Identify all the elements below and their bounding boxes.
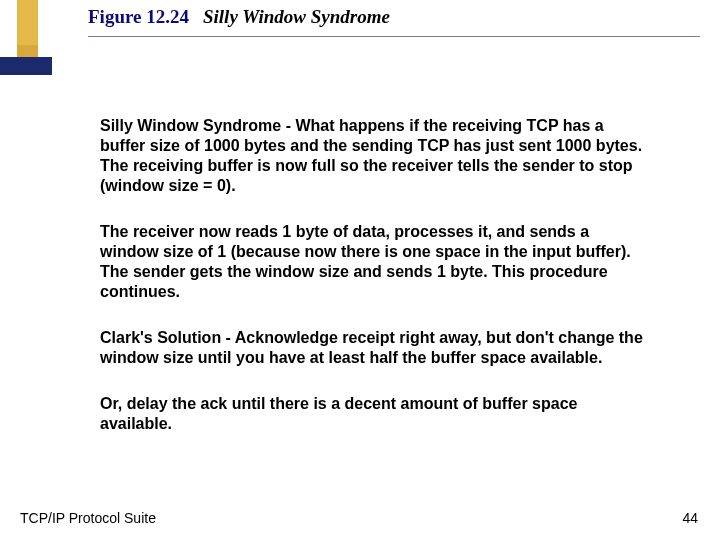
figure-title: Silly Window Syndrome xyxy=(203,6,390,28)
slide-title-row: Figure 12.24 Silly Window Syndrome xyxy=(88,6,700,28)
figure-label: Figure 12.24 xyxy=(88,6,189,28)
paragraph-3: Clark's Solution - Acknowledge receipt r… xyxy=(100,328,652,368)
slide-body: Silly Window Syndrome - What happens if … xyxy=(100,116,652,460)
footer-left: TCP/IP Protocol Suite xyxy=(20,510,156,526)
corner-decoration-navy xyxy=(0,57,52,75)
corner-decoration-gold-top xyxy=(17,0,38,45)
paragraph-4: Or, delay the ack until there is a decen… xyxy=(100,394,652,434)
paragraph-1: Silly Window Syndrome - What happens if … xyxy=(100,116,652,196)
page-number: 44 xyxy=(682,510,698,526)
title-underline xyxy=(88,36,700,37)
paragraph-2: The receiver now reads 1 byte of data, p… xyxy=(100,222,652,302)
